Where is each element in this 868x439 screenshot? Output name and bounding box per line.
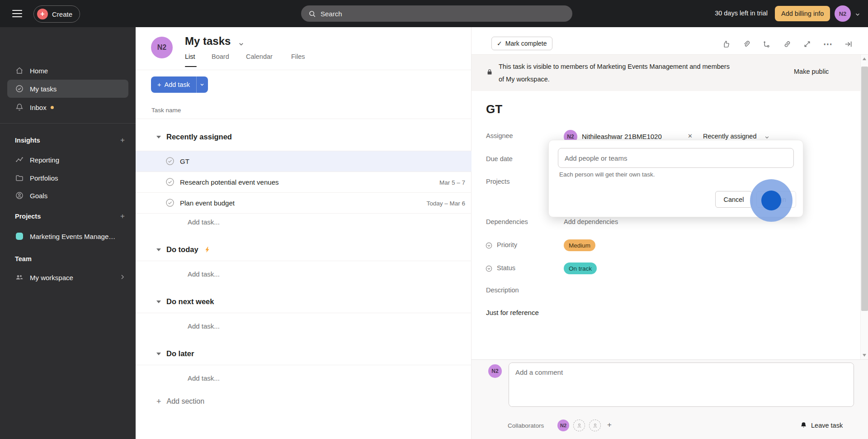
sidebar-item-inbox[interactable]: Inbox (0, 98, 136, 116)
my-tasks-pane: N2 My tasks List Board Calendar Files + … (136, 27, 472, 439)
account-chevron-down-icon[interactable] (854, 11, 861, 18)
divider (136, 213, 472, 214)
sidebar-item-reporting[interactable]: Reporting (0, 151, 136, 169)
status-field-icon (485, 265, 493, 272)
task-row[interactable]: Research potential event venues (180, 178, 278, 186)
sidebar-item-my-workspace[interactable]: My workspace (0, 268, 136, 286)
assign-popup: Each person will get their own task. Can… (548, 140, 803, 217)
sidebar-item-portfolios[interactable]: Portfolios (0, 169, 136, 187)
lock-icon (486, 68, 493, 76)
detail-header: ✓ Mark complete ⋯ (472, 27, 868, 55)
collaborator-avatar[interactable]: N2 (557, 420, 569, 431)
add-project-icon[interactable]: + (118, 211, 127, 221)
search-input[interactable] (321, 10, 547, 18)
privacy-banner: This task is visible to members of Marke… (472, 55, 868, 91)
divider (136, 192, 472, 193)
more-options-icon[interactable]: ⋯ (823, 39, 833, 49)
sidebar-item-project-marketing[interactable]: Marketing Events Manage… (0, 227, 136, 245)
folder-icon (15, 173, 24, 182)
plus-icon: + (156, 397, 161, 406)
home-icon (15, 66, 24, 75)
active-tab-underline (185, 66, 197, 67)
assignee-section-dropdown[interactable]: Recently assigned (703, 133, 757, 140)
add-billing-info-button[interactable]: Add billing info (775, 6, 830, 21)
assign-button[interactable]: Assign (756, 191, 796, 208)
popup-helper-text: Each person will get their own task. (559, 171, 655, 178)
sidebar-item-label: Reporting (30, 156, 59, 164)
search-bar[interactable] (301, 5, 572, 22)
section-header-do-today[interactable]: Do today (156, 245, 211, 254)
workspace-chevron-right-icon[interactable] (119, 274, 126, 280)
sidebar-item-goals[interactable]: Goals (0, 186, 136, 205)
divider (0, 123, 136, 124)
subtask-icon[interactable] (761, 39, 771, 49)
make-public-link[interactable]: Make public (794, 68, 829, 75)
detail-scrollbar[interactable] (860, 55, 868, 359)
divider (136, 70, 472, 70)
task-complete-toggle[interactable] (165, 157, 175, 166)
add-task-dropdown-caret[interactable] (196, 76, 208, 93)
sidebar-item-home[interactable]: Home (0, 62, 136, 80)
ghost-collaborator-avatar[interactable] (589, 420, 601, 431)
tab-list[interactable]: List (185, 53, 195, 62)
add-task-inline[interactable]: Add task... (188, 270, 220, 278)
task-title[interactable]: GT (486, 102, 502, 116)
leave-task-button[interactable]: Leave task (800, 421, 843, 429)
priority-field-icon (485, 242, 493, 249)
add-collaborator-icon[interactable]: + (607, 420, 612, 429)
ghost-collaborator-avatar[interactable] (573, 420, 585, 431)
collapse-triangle-icon (156, 353, 161, 355)
add-task-inline[interactable]: Add task... (188, 322, 220, 330)
copy-link-icon[interactable] (782, 39, 792, 49)
tab-calendar[interactable]: Calendar (246, 53, 273, 62)
add-people-input[interactable] (558, 148, 794, 168)
sidebar-item-label: Inbox (30, 104, 47, 111)
lightning-icon (204, 246, 211, 253)
comment-avatar: N2 (488, 364, 502, 378)
tab-files[interactable]: Files (291, 53, 305, 62)
attachment-icon[interactable] (741, 39, 751, 49)
sidebar-item-label: Home (30, 67, 48, 75)
scrollbar-thumb[interactable] (861, 67, 868, 311)
tab-board[interactable]: Board (212, 53, 229, 62)
task-complete-toggle[interactable] (165, 177, 175, 186)
sidebar-item-my-tasks[interactable]: My tasks (0, 80, 136, 98)
create-button[interactable]: + Create (33, 5, 80, 23)
comment-input[interactable] (509, 363, 854, 406)
task-complete-toggle[interactable] (165, 198, 175, 207)
section-header-recently-assigned[interactable]: Recently assigned (156, 133, 232, 141)
sidebar-item-label: Goals (30, 192, 47, 200)
add-dependencies-link[interactable]: Add dependencies (564, 218, 618, 225)
user-avatar[interactable]: N2 (835, 5, 851, 22)
remove-assignee-icon[interactable]: ✕ (688, 133, 693, 139)
add-task-button[interactable]: + Add task (151, 76, 208, 93)
task-row[interactable]: Plan event budget (180, 199, 235, 207)
status-badge[interactable]: On track (564, 262, 597, 274)
add-section-button[interactable]: + Add section (156, 397, 204, 406)
cancel-button[interactable]: Cancel (715, 191, 752, 208)
hamburger-menu-icon[interactable] (12, 10, 22, 17)
section-header-do-later[interactable]: Do later (156, 349, 194, 358)
privacy-banner-text: This task is visible to members of Marke… (499, 60, 793, 86)
column-header-task-name: Task name (151, 107, 181, 114)
add-task-inline[interactable]: Add task... (188, 374, 220, 382)
priority-badge[interactable]: Medium (564, 239, 595, 251)
add-insights-icon[interactable]: + (118, 135, 127, 145)
expand-icon[interactable] (802, 39, 812, 49)
sidebar-item-label: My workspace (30, 274, 73, 282)
like-icon[interactable] (721, 39, 731, 49)
collaborators-label: Collaborators (508, 422, 544, 429)
leave-task-label: Leave task (811, 422, 843, 429)
close-panel-icon[interactable] (843, 39, 853, 49)
assignee-name[interactable]: Nithileashwar 21BME1020 (582, 133, 662, 140)
description-text[interactable]: Just for reference (486, 309, 539, 316)
section-header-do-next-week[interactable]: Do next week (156, 297, 214, 306)
scroll-up-arrow[interactable] (863, 57, 866, 60)
add-task-inline[interactable]: Add task... (188, 218, 220, 226)
title-chevron-down-icon[interactable] (238, 41, 245, 48)
task-due-date: Mar 5 – 7 (439, 179, 465, 186)
check-circle-icon (15, 84, 24, 93)
task-row[interactable]: GT (180, 157, 189, 165)
mark-complete-button[interactable]: ✓ Mark complete (491, 37, 552, 50)
scroll-down-arrow[interactable] (863, 354, 866, 357)
